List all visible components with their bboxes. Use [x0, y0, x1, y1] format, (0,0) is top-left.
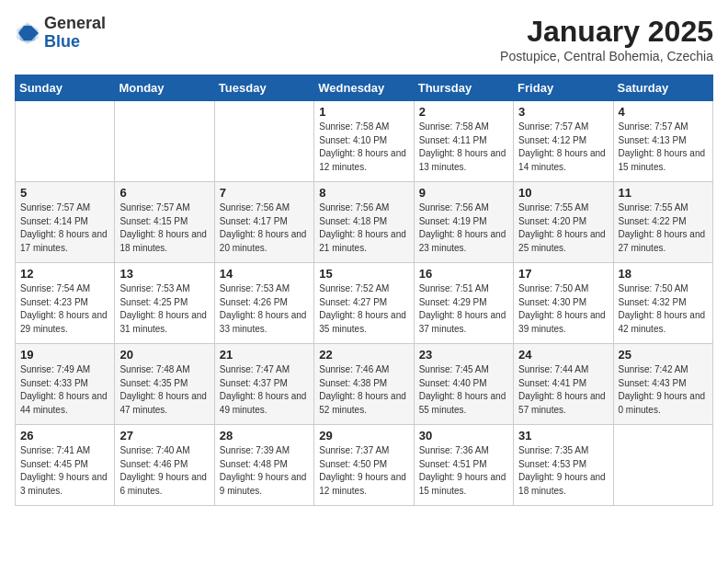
- day-number: 6: [119, 186, 209, 200]
- day-detail: Sunrise: 7:58 AM Sunset: 4:11 PM Dayligh…: [419, 121, 508, 174]
- day-detail: Sunrise: 7:35 AM Sunset: 4:53 PM Dayligh…: [518, 444, 608, 498]
- day-number: 2: [419, 105, 508, 119]
- day-number: 10: [518, 186, 608, 200]
- day-detail: Sunrise: 7:55 AM Sunset: 4:20 PM Dayligh…: [518, 201, 608, 255]
- day-detail: Sunrise: 7:54 AM Sunset: 4:23 PM Dayligh…: [20, 282, 109, 336]
- location: Postupice, Central Bohemia, Czechia: [500, 49, 713, 63]
- logo-general: General: [44, 15, 106, 33]
- calendar-day-cell: 6Sunrise: 7:57 AM Sunset: 4:15 PM Daylig…: [115, 182, 214, 263]
- logo: General Blue: [15, 15, 106, 52]
- weekday-header: Tuesday: [214, 75, 313, 101]
- calendar-day-cell: [613, 425, 712, 506]
- calendar-week-row: 5Sunrise: 7:57 AM Sunset: 4:14 PM Daylig…: [16, 182, 713, 263]
- logo-blue: Blue: [44, 33, 106, 52]
- calendar-week-row: 12Sunrise: 7:54 AM Sunset: 4:23 PM Dayli…: [16, 263, 713, 344]
- calendar-day-cell: 11Sunrise: 7:55 AM Sunset: 4:22 PM Dayli…: [613, 182, 712, 263]
- calendar-day-cell: 8Sunrise: 7:56 AM Sunset: 4:18 PM Daylig…: [314, 182, 414, 263]
- day-number: 1: [319, 105, 408, 119]
- day-number: 16: [419, 267, 508, 281]
- calendar-day-cell: 25Sunrise: 7:42 AM Sunset: 4:43 PM Dayli…: [613, 344, 712, 425]
- day-number: 5: [20, 186, 109, 200]
- day-number: 28: [220, 429, 309, 442]
- day-number: 18: [619, 267, 708, 281]
- day-detail: Sunrise: 7:57 AM Sunset: 4:13 PM Dayligh…: [619, 121, 708, 174]
- day-number: 11: [619, 186, 708, 200]
- day-number: 13: [119, 267, 209, 281]
- calendar-day-cell: 17Sunrise: 7:50 AM Sunset: 4:30 PM Dayli…: [514, 263, 613, 344]
- day-detail: Sunrise: 7:56 AM Sunset: 4:18 PM Dayligh…: [319, 201, 408, 255]
- day-number: 12: [20, 267, 109, 281]
- day-number: 29: [319, 429, 408, 442]
- day-detail: Sunrise: 7:39 AM Sunset: 4:48 PM Dayligh…: [220, 444, 309, 498]
- day-number: 7: [220, 186, 309, 200]
- day-number: 27: [119, 429, 209, 442]
- day-number: 3: [518, 105, 608, 119]
- title-block: January 2025 Postupice, Central Bohemia,…: [500, 15, 713, 63]
- calendar-day-cell: 28Sunrise: 7:39 AM Sunset: 4:48 PM Dayli…: [214, 425, 313, 506]
- day-number: 4: [619, 105, 708, 119]
- day-detail: Sunrise: 7:50 AM Sunset: 4:32 PM Dayligh…: [619, 282, 708, 336]
- calendar-day-cell: 29Sunrise: 7:37 AM Sunset: 4:50 PM Dayli…: [314, 425, 414, 506]
- weekday-header: Friday: [514, 75, 613, 101]
- day-detail: Sunrise: 7:56 AM Sunset: 4:19 PM Dayligh…: [419, 201, 508, 255]
- logo-icon: [15, 20, 40, 46]
- calendar-day-cell: 31Sunrise: 7:35 AM Sunset: 4:53 PM Dayli…: [514, 425, 613, 506]
- day-detail: Sunrise: 7:49 AM Sunset: 4:33 PM Dayligh…: [20, 363, 109, 417]
- calendar-day-cell: 30Sunrise: 7:36 AM Sunset: 4:51 PM Dayli…: [414, 425, 513, 506]
- day-detail: Sunrise: 7:56 AM Sunset: 4:17 PM Dayligh…: [220, 201, 309, 255]
- calendar-day-cell: 14Sunrise: 7:53 AM Sunset: 4:26 PM Dayli…: [214, 263, 313, 344]
- weekday-header: Thursday: [414, 75, 513, 101]
- day-detail: Sunrise: 7:57 AM Sunset: 4:12 PM Dayligh…: [518, 121, 608, 174]
- calendar-day-cell: 7Sunrise: 7:56 AM Sunset: 4:17 PM Daylig…: [214, 182, 313, 263]
- calendar-week-row: 1Sunrise: 7:58 AM Sunset: 4:10 PM Daylig…: [16, 101, 713, 182]
- logo-text: General Blue: [44, 15, 106, 52]
- day-number: 14: [220, 267, 309, 281]
- calendar-day-cell: 1Sunrise: 7:58 AM Sunset: 4:10 PM Daylig…: [314, 101, 414, 182]
- calendar-day-cell: 12Sunrise: 7:54 AM Sunset: 4:23 PM Dayli…: [16, 263, 115, 344]
- day-detail: Sunrise: 7:50 AM Sunset: 4:30 PM Dayligh…: [518, 282, 608, 336]
- calendar-day-cell: 20Sunrise: 7:48 AM Sunset: 4:35 PM Dayli…: [115, 344, 214, 425]
- calendar-day-cell: 5Sunrise: 7:57 AM Sunset: 4:14 PM Daylig…: [16, 182, 115, 263]
- day-number: 25: [619, 348, 708, 362]
- day-number: 22: [319, 348, 408, 362]
- calendar-day-cell: 26Sunrise: 7:41 AM Sunset: 4:45 PM Dayli…: [16, 425, 115, 506]
- day-number: 17: [518, 267, 608, 281]
- calendar-day-cell: [115, 101, 214, 182]
- page-header: General Blue January 2025 Postupice, Cen…: [15, 15, 713, 63]
- day-detail: Sunrise: 7:51 AM Sunset: 4:29 PM Dayligh…: [419, 282, 508, 336]
- calendar-table: SundayMondayTuesdayWednesdayThursdayFrid…: [15, 75, 713, 506]
- calendar-day-cell: 3Sunrise: 7:57 AM Sunset: 4:12 PM Daylig…: [514, 101, 613, 182]
- calendar-day-cell: 22Sunrise: 7:46 AM Sunset: 4:38 PM Dayli…: [314, 344, 414, 425]
- calendar-header-row: SundayMondayTuesdayWednesdayThursdayFrid…: [16, 75, 713, 101]
- calendar-day-cell: 15Sunrise: 7:52 AM Sunset: 4:27 PM Dayli…: [314, 263, 414, 344]
- day-detail: Sunrise: 7:44 AM Sunset: 4:41 PM Dayligh…: [518, 363, 608, 417]
- day-detail: Sunrise: 7:57 AM Sunset: 4:14 PM Dayligh…: [20, 201, 109, 255]
- day-detail: Sunrise: 7:58 AM Sunset: 4:10 PM Dayligh…: [319, 121, 408, 174]
- day-detail: Sunrise: 7:46 AM Sunset: 4:38 PM Dayligh…: [319, 363, 408, 417]
- day-detail: Sunrise: 7:37 AM Sunset: 4:50 PM Dayligh…: [319, 444, 408, 498]
- calendar-week-row: 26Sunrise: 7:41 AM Sunset: 4:45 PM Dayli…: [16, 425, 713, 506]
- day-detail: Sunrise: 7:36 AM Sunset: 4:51 PM Dayligh…: [419, 444, 508, 498]
- day-number: 15: [319, 267, 408, 281]
- day-detail: Sunrise: 7:55 AM Sunset: 4:22 PM Dayligh…: [619, 201, 708, 255]
- day-number: 26: [20, 429, 109, 442]
- calendar-day-cell: [214, 101, 313, 182]
- calendar-day-cell: 27Sunrise: 7:40 AM Sunset: 4:46 PM Dayli…: [115, 425, 214, 506]
- day-detail: Sunrise: 7:52 AM Sunset: 4:27 PM Dayligh…: [319, 282, 408, 336]
- day-detail: Sunrise: 7:41 AM Sunset: 4:45 PM Dayligh…: [20, 444, 109, 498]
- weekday-header: Sunday: [16, 75, 115, 101]
- weekday-header: Saturday: [613, 75, 712, 101]
- calendar-week-row: 19Sunrise: 7:49 AM Sunset: 4:33 PM Dayli…: [16, 344, 713, 425]
- day-number: 9: [419, 186, 508, 200]
- calendar-day-cell: 24Sunrise: 7:44 AM Sunset: 4:41 PM Dayli…: [514, 344, 613, 425]
- day-detail: Sunrise: 7:47 AM Sunset: 4:37 PM Dayligh…: [220, 363, 309, 417]
- day-detail: Sunrise: 7:45 AM Sunset: 4:40 PM Dayligh…: [419, 363, 508, 417]
- calendar-day-cell: 21Sunrise: 7:47 AM Sunset: 4:37 PM Dayli…: [214, 344, 313, 425]
- calendar-day-cell: [16, 101, 115, 182]
- day-detail: Sunrise: 7:57 AM Sunset: 4:15 PM Dayligh…: [119, 201, 209, 255]
- day-number: 30: [419, 429, 508, 442]
- day-detail: Sunrise: 7:48 AM Sunset: 4:35 PM Dayligh…: [119, 363, 209, 417]
- month-title: January 2025: [500, 15, 713, 49]
- calendar-day-cell: 2Sunrise: 7:58 AM Sunset: 4:11 PM Daylig…: [414, 101, 513, 182]
- day-detail: Sunrise: 7:53 AM Sunset: 4:26 PM Dayligh…: [220, 282, 309, 336]
